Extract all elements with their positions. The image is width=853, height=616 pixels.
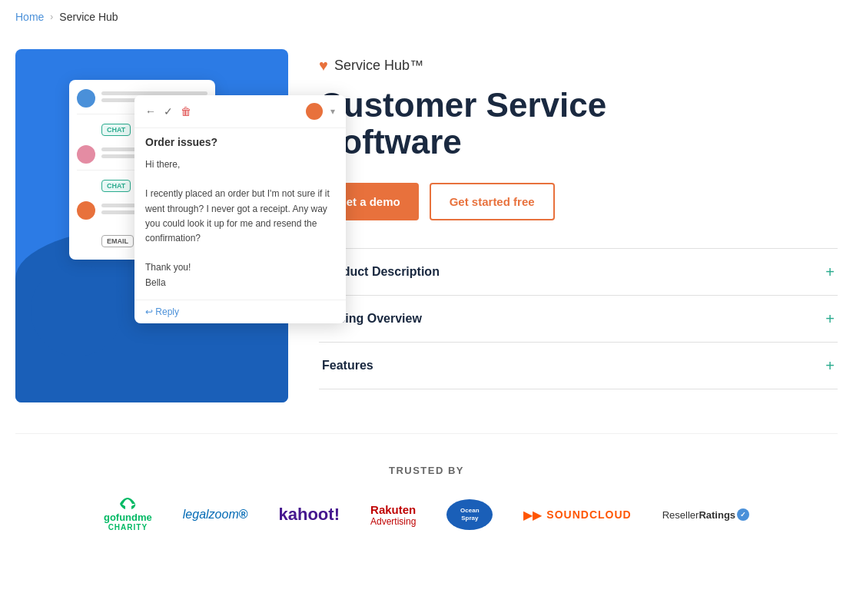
check-icon[interactable]: ✓ xyxy=(164,105,173,118)
get-started-button[interactable]: Get started free xyxy=(430,183,555,220)
trash-icon[interactable]: 🗑 xyxy=(181,105,191,118)
trusted-section: TRUSTED BY gofundmeCHARITY legalzoom® xyxy=(15,433,838,555)
accordion-item: Pricing Overview + xyxy=(319,296,838,343)
breadcrumb-home[interactable]: Home xyxy=(15,11,44,23)
logo-oceanspray: OceanSpray xyxy=(446,499,493,530)
logo-legalzoom: legalzoom® xyxy=(183,508,248,522)
chat-badge: CHAT xyxy=(101,180,131,192)
avatar xyxy=(77,89,95,108)
accordion-header[interactable]: Product Description + xyxy=(319,249,838,295)
logos-row: gofundmeCHARITY legalzoom® kahoot! Rakut… xyxy=(15,498,838,532)
accordion-toggle-icon: + xyxy=(825,311,835,326)
accordion-label: Features xyxy=(322,359,373,373)
compose-greeting: Hi there, xyxy=(145,157,335,172)
accordion-toggle-icon: + xyxy=(825,358,835,373)
product-badge-name: Service Hub™ xyxy=(334,58,423,74)
back-icon[interactable]: ← xyxy=(145,105,156,118)
product-badge: ♥ Service Hub™ xyxy=(319,57,838,75)
chat-badge: CHAT xyxy=(101,124,131,136)
logo-rakuten: Rakuten Advertising xyxy=(370,503,416,527)
logo-soundcloud: ▶▶ SoundCloud xyxy=(523,508,631,522)
avatar xyxy=(77,201,95,220)
accordion-header[interactable]: Pricing Overview + xyxy=(319,296,838,342)
breadcrumb: Home › Service Hub xyxy=(15,0,838,34)
product-illustration: CHAT CHAT xyxy=(15,49,288,402)
logo-kahoot: kahoot! xyxy=(279,505,340,525)
email-badge: EMAIL xyxy=(101,235,134,247)
accordion-header[interactable]: Features + xyxy=(319,343,838,389)
heart-icon: ♥ xyxy=(319,57,328,75)
compose-subject: Order issues? xyxy=(134,128,346,153)
logo-gofundme: gofundmeCHARITY xyxy=(104,498,152,532)
breadcrumb-separator: › xyxy=(50,12,53,22)
trusted-label: TRUSTED BY xyxy=(15,465,838,476)
product-title: Customer Service Software xyxy=(319,87,838,161)
compose-closing: Thank you! Bella xyxy=(145,260,335,290)
accordion-item: Product Description + xyxy=(319,249,838,296)
accordion-item: Features + xyxy=(319,343,838,389)
compose-header: ← ✓ 🗑 ▾ xyxy=(134,95,346,128)
accordion: Product Description + Pricing Overview +… xyxy=(319,248,838,389)
logo-resellerratings: ResellerRatings ✓ xyxy=(662,508,749,521)
compose-message: I recently placed an order but I'm not s… xyxy=(145,187,335,246)
compose-body: Hi there, I recently placed an order but… xyxy=(134,153,346,300)
avatar xyxy=(77,145,95,164)
dropdown-icon[interactable]: ▾ xyxy=(330,106,335,117)
reply-button[interactable]: ↩ Reply xyxy=(134,300,346,323)
breadcrumb-current: Service Hub xyxy=(59,11,118,23)
product-info: ♥ Service Hub™ Customer Service Software… xyxy=(319,49,838,402)
compose-panel: ← ✓ 🗑 ▾ Order issues? Hi there, I recent… xyxy=(134,95,346,323)
compose-avatar xyxy=(306,103,323,120)
cta-buttons: Get a demo Get started free xyxy=(319,183,838,220)
accordion-toggle-icon: + xyxy=(825,264,835,280)
